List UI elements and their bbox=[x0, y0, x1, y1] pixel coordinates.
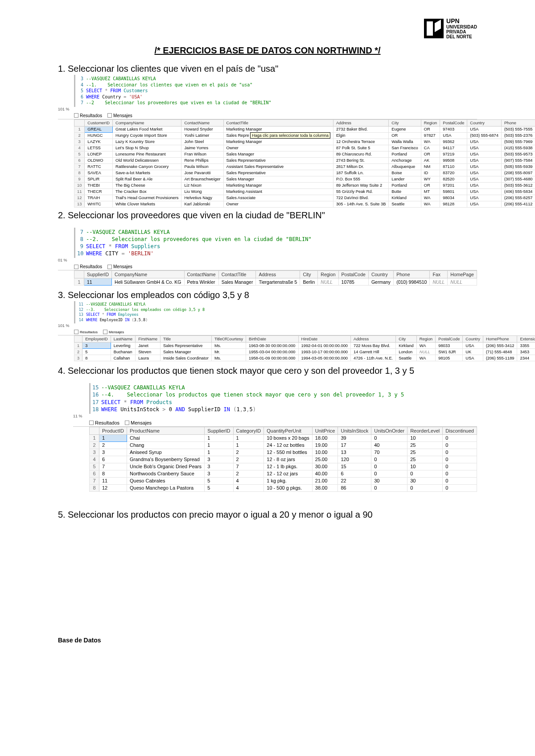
column-header[interactable]: Region bbox=[416, 336, 435, 343]
table-row[interactable]: 1GREALGreat Lakes Food MarketHoward Snyd… bbox=[74, 126, 535, 132]
tab-mensajes[interactable]: Mensajes bbox=[107, 113, 132, 118]
column-header[interactable]: CompanyName bbox=[112, 271, 184, 278]
column-header[interactable]: City bbox=[300, 271, 318, 278]
column-header[interactable]: TitleOfCourtesy bbox=[211, 336, 246, 343]
table-row[interactable]: 9SPLIRSplit Rail Beer & AleArt Braunschw… bbox=[74, 176, 535, 182]
column-header[interactable]: Region bbox=[318, 271, 338, 278]
zoom-level-1[interactable]: 101 % bbox=[58, 107, 477, 111]
tab-resultados[interactable]: Resultados bbox=[74, 330, 98, 334]
column-header[interactable]: ContactName bbox=[184, 271, 218, 278]
cell: LONEP bbox=[85, 151, 113, 157]
cell: 2743 Bering St. bbox=[333, 157, 388, 163]
column-header[interactable]: Country bbox=[467, 119, 502, 126]
column-header[interactable]: Phone bbox=[501, 119, 535, 126]
table-row[interactable]: 13WHITCWhite Clover MarketsKarl Jablonsk… bbox=[74, 201, 535, 207]
zoom-level-2[interactable]: 01 % bbox=[58, 258, 477, 262]
column-header[interactable]: UnitsOnOrder bbox=[371, 427, 407, 434]
column-header[interactable]: UnitPrice bbox=[312, 427, 338, 434]
tab-mensajes[interactable]: Mensajes bbox=[103, 330, 124, 334]
cell: (307) 555-4680 bbox=[501, 176, 535, 182]
column-header[interactable]: Address bbox=[333, 119, 388, 126]
column-header[interactable]: BirthDate bbox=[246, 336, 298, 343]
table-row[interactable]: 46Grandma's Boysenberry Spread3212 - 8 o… bbox=[90, 456, 477, 463]
column-header[interactable]: Address bbox=[350, 336, 395, 343]
grid-icon bbox=[74, 113, 78, 118]
footer: Base de Datos bbox=[58, 637, 101, 644]
table-row[interactable]: 8SAVEASave-a-lot MarketsJose PavarottiSa… bbox=[74, 170, 535, 176]
column-header[interactable]: PostalCode bbox=[338, 271, 368, 278]
logo-mark bbox=[424, 19, 444, 38]
column-header[interactable]: CompanyName bbox=[112, 119, 181, 126]
cell: 12 - 12 oz jars bbox=[264, 470, 313, 477]
table-row[interactable]: 111Heli Süßwaren GmbH & Co. KGPetra Wink… bbox=[74, 278, 477, 286]
table-row[interactable]: 11THECRThe Cracker BoxLiu WongMarketing … bbox=[74, 188, 535, 195]
table-row[interactable]: 2HUNGCHungry Coyote Import StoreYoshi La… bbox=[74, 132, 535, 139]
column-header[interactable]: SupplierID bbox=[205, 427, 233, 434]
column-header[interactable]: Address bbox=[256, 271, 300, 278]
column-header[interactable]: ProductName bbox=[127, 427, 204, 434]
cell: 38.00 bbox=[312, 484, 338, 491]
column-header[interactable]: HireDate bbox=[298, 336, 350, 343]
column-header[interactable]: ContactName bbox=[181, 119, 223, 126]
tab-mensajes[interactable]: Mensajes bbox=[125, 420, 152, 425]
cell: Germany bbox=[368, 278, 393, 286]
tab-mensajes[interactable]: Mensajes bbox=[107, 264, 132, 269]
column-header[interactable]: ReorderLevel bbox=[407, 427, 443, 434]
table-row[interactable]: 33Aniseed Syrup1212 - 550 ml bottles10.0… bbox=[90, 449, 477, 456]
tab-resultados[interactable]: Resultados bbox=[74, 113, 102, 118]
tab-resultados[interactable]: Resultados bbox=[89, 420, 119, 425]
column-header[interactable]: Fax bbox=[430, 271, 448, 278]
table-row[interactable]: 38CallahanLauraInside Sales CoordinatorM… bbox=[74, 355, 535, 361]
column-header[interactable]: PostalCode bbox=[440, 119, 467, 126]
column-header[interactable]: PostalCode bbox=[436, 336, 463, 343]
cell: Grandma's Boysenberry Spread bbox=[127, 456, 204, 463]
column-header[interactable]: Country bbox=[463, 336, 483, 343]
column-header[interactable]: Phone bbox=[394, 271, 430, 278]
column-header[interactable]: Title bbox=[160, 336, 212, 343]
column-header[interactable]: City bbox=[396, 336, 417, 343]
table-row[interactable]: 12TRAIHTrail's Head Gourmet Provisioners… bbox=[74, 195, 535, 201]
table-row[interactable]: 11Chai1110 boxes x 20 bags18.00390100 bbox=[90, 434, 477, 441]
cell: (503) 555-7555 bbox=[501, 126, 535, 132]
table-row[interactable]: 711Queso Cabrales541 kg pkg.21.002230300 bbox=[90, 477, 477, 484]
column-header[interactable]: Country bbox=[368, 271, 393, 278]
column-header[interactable]: FirstName bbox=[136, 336, 160, 343]
table-row[interactable]: 812Queso Manchego La Pastora5410 - 500 g… bbox=[90, 484, 477, 491]
column-header[interactable]: SupplierID bbox=[84, 271, 112, 278]
table-row[interactable]: 4LETSSLet's Stop N ShopJaime YorresOwner… bbox=[74, 145, 535, 151]
column-header[interactable]: QuantityPerUnit bbox=[264, 427, 313, 434]
column-header[interactable]: Discontinued bbox=[443, 427, 477, 434]
table-row[interactable]: 25BuchananStevenSales ManagerMr.1955-03-… bbox=[74, 349, 535, 355]
table-row[interactable]: 6OLDWOOld World DelicatessenRene Phillip… bbox=[74, 157, 535, 163]
table-row[interactable]: 3LAZYKLazy K Kountry StoreJohn SteelMark… bbox=[74, 139, 535, 145]
zoom-level-4[interactable]: 11 % bbox=[73, 414, 477, 418]
column-header[interactable]: Extension bbox=[517, 336, 535, 343]
table-row[interactable]: 7RATTCRattlesnake Canyon GroceryPaula Wi… bbox=[74, 163, 535, 170]
column-header[interactable]: HomePage bbox=[448, 271, 477, 278]
tab-resultados[interactable]: Resultados bbox=[74, 264, 102, 269]
column-header[interactable]: City bbox=[389, 119, 421, 126]
column-header[interactable]: HomePhone bbox=[483, 336, 517, 343]
column-header[interactable]: Region bbox=[421, 119, 440, 126]
table-row[interactable]: 68Northwoods Cranberry Sauce3212 - 12 oz… bbox=[90, 470, 477, 477]
table-row[interactable]: 10THEBIThe Big CheeseLiz NixonMarketing … bbox=[74, 182, 535, 188]
cell: 3 bbox=[205, 456, 233, 463]
table-row[interactable]: 22Chang1124 - 12 oz bottles19.001740250 bbox=[90, 441, 477, 449]
column-header[interactable]: ProductID bbox=[99, 427, 127, 434]
cell: 14 Garrett Hill bbox=[350, 349, 395, 355]
cell: Portland bbox=[389, 151, 421, 157]
column-header[interactable]: LastName bbox=[111, 336, 135, 343]
column-header[interactable]: ContactTitle bbox=[218, 271, 256, 278]
table-row[interactable]: 5LONEPLonesome Pine RestaurantFran Wilso… bbox=[74, 151, 535, 157]
table-row[interactable]: 57Uncle Bob's Organic Dried Pears3712 - … bbox=[90, 463, 477, 470]
column-header[interactable]: CustomerID bbox=[85, 119, 113, 126]
column-header[interactable]: EmployeeID bbox=[82, 336, 111, 343]
table-row[interactable]: 13LeverlingJanetSales RepresentativeMs.1… bbox=[74, 343, 535, 349]
column-header[interactable]: ContactTitle bbox=[223, 119, 333, 126]
column-header[interactable]: UnitsInStock bbox=[338, 427, 371, 434]
cell: 1993-10-17 00:00:00.000 bbox=[298, 349, 350, 355]
cell: 1 kg pkg. bbox=[264, 477, 313, 484]
cell: NULL bbox=[416, 349, 435, 355]
zoom-level-3[interactable]: 101 % bbox=[58, 323, 477, 328]
column-header[interactable]: CategoryID bbox=[233, 427, 264, 434]
